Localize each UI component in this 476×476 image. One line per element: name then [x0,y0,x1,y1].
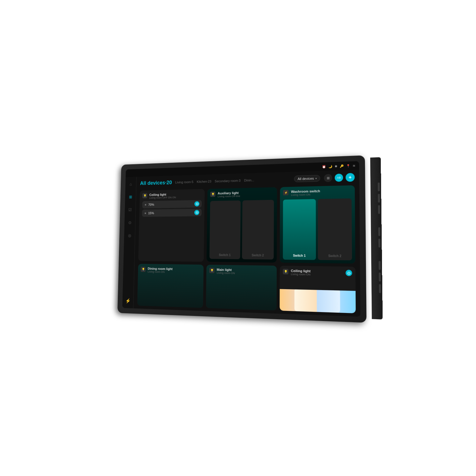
grid-view-button[interactable]: ⊞ [324,174,332,182]
location-icon: 📍 [346,164,350,167]
sidebar-item-devices[interactable]: ⊞ [127,193,134,201]
sidebar-item-settings[interactable]: ⊙ [126,219,134,227]
lightbulb-icon: 💡 [142,268,145,271]
side-buttons-bot [379,261,381,293]
device-info: Ceiling light Living room·ON [291,269,343,277]
room-tabs: Living room·5 Kitchen·23 Secondary room·… [175,177,291,184]
curtain-right [317,290,340,313]
device-info: Main light Living room·ON [217,268,274,275]
switch-area: Switch 1 Switch 2 [283,198,352,260]
lightbulb-icon: 💡 [211,193,214,196]
brightness-toggle-2[interactable]: ⏻ [194,210,199,215]
header-actions: ⊞ AB + [324,173,355,182]
side-button[interactable] [378,227,380,236]
room-tab-dining[interactable]: Dinin... [244,178,254,182]
switch-2-button[interactable]: Switch 2 [242,200,274,260]
card-header: 💡 Main light Living room·ON [209,268,274,275]
wifi-icon: ≋ [353,164,355,167]
brightness-value-2: 15% [148,211,193,215]
card-dining-room-light[interactable]: 💡 Dining room light Living room·ON [137,264,203,308]
device-grid: 💡 Ceiling light Living room·OFF ON ON [133,184,360,317]
sidebar-item-lightning[interactable]: ⚡ [124,297,132,305]
side-button[interactable] [379,284,381,293]
side-button[interactable] [378,239,381,248]
sidebar-bottom: ⚡ [124,297,132,305]
room-tab-secondary[interactable]: Secondary room·3 [215,179,241,183]
side-button[interactable] [378,205,380,214]
device-room: Living room·ON [291,273,343,277]
device-info: Dining room light Living room·ON [148,267,201,274]
room-tab-living[interactable]: Living room·5 [175,180,193,184]
side-button[interactable] [379,273,381,281]
device-info: Auxiliary light Living room·Off-line [217,190,274,198]
brightness-icon-2: ☀ [144,212,146,215]
filter-dropdown[interactable]: All devices ▾ [294,175,320,182]
main-content: All devices·20 Living room·5 Kitchen·23 … [133,170,360,317]
user-icon-button[interactable]: AB [335,174,343,182]
sidebar-item-home[interactable]: ⌂ [127,180,134,188]
lightbulb-icon: 💡 [143,194,146,197]
card-washroom-switch[interactable]: ⚡ Washroom switch Living room·ON [280,185,355,264]
ui-container: ⌂ ⊞ ☑ ⊙ ◎ ⚡ All devices·20 [122,170,360,317]
bluetooth-icon: ✱ [335,165,337,168]
switch-area: Switch 1 Switch 2 [209,200,274,260]
switch-1-button[interactable]: Switch 1 [283,199,316,260]
tablet-frame: ⏰ 🌙 ✱ 🔑 📍 ≋ ⌂ ⊞ ☑ ⊙ ◎ [118,155,367,323]
lightbulb-icon: 💡 [210,269,214,272]
side-button[interactable] [379,261,381,270]
switch-icon-box: ⚡ [283,190,288,195]
filter-label: All devices [298,177,314,181]
card-ceiling-light-2[interactable]: 💡 Ceiling light Living room·ON ⏻ [280,266,356,313]
sidebar-item-tasks[interactable]: ☑ [126,206,134,214]
page-title: All devices·20 [140,179,172,186]
card-main-light[interactable]: 💡 Main light Living room·ON [206,265,277,311]
alarm-icon: ⏰ [322,165,326,168]
brightness-row-2: ☀ 15% ⏻ [142,209,202,217]
light-icon-box: 💡 [141,267,146,272]
side-buttons-mid [378,227,381,248]
card-header: 💡 Dining room light Living room·ON [141,267,201,274]
light-icon-box: 💡 [209,268,214,273]
device-info: Washroom switch Living room·ON [291,188,352,196]
card-ceiling-light-1[interactable]: 💡 Ceiling light Living room·OFF ON ON [138,189,205,262]
side-button[interactable] [378,182,380,191]
brightness-icon-1: ☀ [144,203,147,206]
switch-1-button[interactable]: Switch 1 [209,201,241,259]
card-header: 💡 Ceiling light Living room·ON ⏻ [283,269,352,277]
power-button[interactable]: ⏻ [346,270,352,276]
curtain-left [295,289,317,312]
device-info: Ceiling light Living room·OFF ON ON [149,192,202,199]
side-buttons-top [378,182,380,214]
brightness-value-1: 70% [148,202,192,206]
light-icon-box: 💡 [143,193,147,198]
wall-mount [370,157,383,319]
key-icon: 🔑 [340,164,344,168]
light-icon-box: 💡 [283,269,289,275]
room-tab-kitchen[interactable]: Kitchen·23 [197,180,211,184]
brightness-toggle-1[interactable]: ⏻ [194,201,199,206]
moon-icon: 🌙 [328,165,332,168]
switch-2-button[interactable]: Switch 2 [318,198,352,260]
screen: ⏰ 🌙 ✱ 🔑 📍 ≋ ⌂ ⊞ ☑ ⊙ ◎ [122,161,360,317]
lightbulb-icon: 💡 [284,270,287,273]
add-device-button[interactable]: + [346,173,355,182]
device-shell: ⏰ 🌙 ✱ 🔑 📍 ≋ ⌂ ⊞ ☑ ⊙ ◎ [118,155,373,323]
card-header: ⚡ Washroom switch Living room·ON [283,188,351,197]
card-header: 💡 Ceiling light Living room·OFF ON ON [142,192,202,199]
curtain-visual [295,289,340,313]
side-button[interactable] [378,194,380,203]
brightness-row-1: ☀ 70% ⏻ [142,200,202,208]
sidebar-item-compass[interactable]: ◎ [126,231,133,239]
light-icon-box: 💡 [210,192,215,197]
scene: ⏰ 🌙 ✱ 🔑 📍 ≋ ⌂ ⊞ ☑ ⊙ ◎ [104,155,372,321]
switch-icon: ⚡ [284,191,287,194]
card-header: 💡 Auxiliary light Living room·Off-line [210,190,274,198]
card-auxiliary-light[interactable]: 💡 Auxiliary light Living room·Off-line [206,187,277,262]
chevron-down-icon: ▾ [315,177,317,180]
